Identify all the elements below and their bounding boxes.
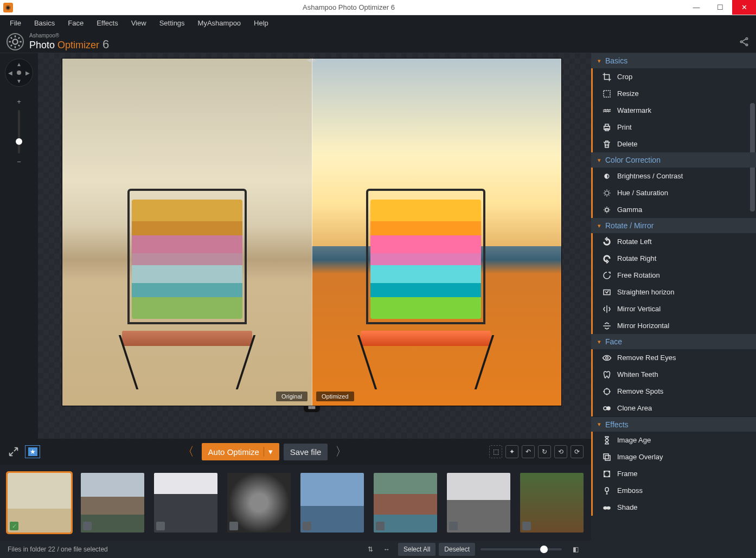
menu-view[interactable]: View [126, 17, 152, 29]
sidebar-item-red-eyes[interactable]: Remove Red Eyes [593, 349, 756, 366]
rotate-left-icon [602, 237, 612, 247]
check-icon[interactable] [303, 522, 311, 530]
sidebar-item-crop[interactable]: Crop [593, 68, 756, 85]
sidebar-item-gamma[interactable]: Gamma [593, 201, 756, 218]
selection-icon[interactable]: ⬚ [489, 445, 502, 458]
menu-myashampoo[interactable]: MyAshampoo [193, 17, 246, 29]
compare-view[interactable]: ◀ ▶ Original Optimized ▀▀ [62, 59, 561, 406]
magic-icon[interactable]: ✦ [505, 445, 518, 458]
sidebar-item-delete[interactable]: Delete [593, 136, 756, 152]
check-icon[interactable] [376, 522, 385, 530]
sort-icon[interactable]: ⇅ [364, 543, 376, 555]
sidebar-header-basics[interactable]: ▾Basics [591, 53, 756, 68]
sidebar-item-image-age[interactable]: Image Age [593, 432, 756, 448]
save-file-button[interactable]: Save file [284, 444, 328, 460]
share-icon[interactable] [739, 36, 749, 47]
sidebar-item-remove-spots[interactable]: Remove Spots [593, 383, 756, 400]
emboss-icon [602, 486, 612, 496]
maximize-button[interactable]: ☐ [708, 0, 732, 15]
menu-file[interactable]: File [4, 17, 27, 29]
menu-effects[interactable]: Effects [91, 17, 124, 29]
hourglass-icon [602, 435, 612, 445]
thumbnail[interactable] [447, 473, 510, 533]
thumbnail[interactable] [81, 473, 144, 533]
sidebar-item-hue[interactable]: Hue / Saturation [593, 184, 756, 201]
pan-control[interactable]: ▲▼◀▶ [5, 59, 33, 87]
chevron-down-icon: ▾ [598, 222, 601, 229]
sidebar-header-face[interactable]: ▾Face [591, 334, 756, 349]
collapse-icon[interactable] [8, 446, 20, 458]
chevron-down-icon: ▾ [598, 338, 601, 345]
status-info: Files in folder 22 / one file selected [8, 546, 108, 553]
menu-basics[interactable]: Basics [29, 17, 60, 29]
sidebar-item-rotate-right[interactable]: Rotate Right [593, 250, 756, 267]
sidebar-item-mirror-h[interactable]: Mirror Horizontal [593, 317, 756, 334]
svg-point-12 [606, 356, 608, 359]
thumbnail[interactable] [374, 473, 437, 533]
overlay-icon [602, 452, 612, 462]
mirror-vertical-icon [602, 304, 612, 314]
watermark-icon [602, 106, 612, 116]
svg-point-10 [605, 208, 608, 211]
sidebar-item-straighten[interactable]: Straighten horizon [593, 284, 756, 300]
sidebar-header-color[interactable]: ▾Color Correction [591, 152, 756, 168]
undo-icon[interactable]: ↶ [522, 445, 535, 458]
sidebar-item-mirror-v[interactable]: Mirror Vertical [593, 300, 756, 317]
delete-icon [602, 139, 612, 149]
sidebar-item-print[interactable]: Print [593, 119, 756, 136]
sidebar-item-rotate-left[interactable]: Rotate Left [593, 233, 756, 250]
svg-point-14 [604, 407, 607, 410]
compare-notch-icon[interactable]: ▀▀ [304, 406, 320, 412]
select-all-button[interactable]: Select All [398, 543, 435, 556]
thumb-size-slider[interactable] [480, 548, 562, 550]
sidebar-item-emboss[interactable]: Emboss [593, 482, 756, 499]
sidebar-item-watermark[interactable]: Watermark [593, 102, 756, 119]
sidebar-item-clone-area[interactable]: Clone Area [593, 400, 756, 416]
thumbnail[interactable] [227, 473, 291, 533]
sidebar-header-rotate[interactable]: ▾Rotate / Mirror [591, 218, 756, 233]
check-icon[interactable]: ✓ [10, 522, 18, 530]
zoom-out-icon[interactable]: − [17, 158, 21, 166]
next-image-button[interactable]: 〉 [332, 444, 350, 460]
menu-face[interactable]: Face [62, 17, 89, 29]
sidebar-item-free-rotation[interactable]: Free Rotation [593, 267, 756, 284]
redo-icon[interactable]: ↻ [538, 445, 551, 458]
target-icon [602, 387, 612, 396]
check-icon[interactable] [449, 522, 458, 530]
menu-help[interactable]: Help [248, 17, 274, 29]
optimized-label: Optimized [316, 392, 354, 401]
compare-divider[interactable] [312, 59, 312, 406]
sidebar-item-image-overlay[interactable]: Image Overlay [593, 448, 756, 465]
sidebar-item-resize[interactable]: Resize [593, 85, 756, 102]
resize-h-icon[interactable]: ↔ [381, 543, 393, 555]
thumbnail[interactable]: ✓ [8, 473, 71, 533]
rotate-ccw-icon[interactable]: ⟲ [554, 445, 567, 458]
check-icon[interactable] [229, 522, 238, 530]
check-icon[interactable] [83, 522, 92, 530]
zoom-in-icon[interactable]: + [17, 98, 21, 106]
prev-image-button[interactable]: 〈 [179, 444, 197, 460]
thumbnail[interactable] [520, 473, 584, 533]
check-icon[interactable] [522, 522, 531, 530]
sidebar-item-brightness[interactable]: Brightness / Contrast [593, 168, 756, 184]
thumbnail[interactable] [300, 473, 364, 533]
check-icon[interactable] [156, 522, 165, 530]
auto-optimize-dropdown-icon[interactable]: ▾ [264, 447, 273, 457]
thumbnail[interactable] [154, 473, 217, 533]
sidebar-item-whiten-teeth[interactable]: Whiten Teeth [593, 366, 756, 383]
svg-rect-16 [604, 454, 608, 459]
sidebar-header-effects[interactable]: ▾Effects [591, 416, 756, 432]
sidebar-item-shade[interactable]: Shade [593, 499, 756, 516]
close-button[interactable]: ✕ [732, 0, 756, 15]
rating-button[interactable]: ★ [25, 445, 40, 458]
deselect-button[interactable]: Deselect [439, 543, 475, 556]
tag-icon[interactable]: ◧ [569, 543, 581, 555]
svg-point-19 [604, 506, 607, 509]
menu-settings[interactable]: Settings [154, 17, 190, 29]
sidebar-item-frame[interactable]: Frame [593, 465, 756, 482]
auto-optimize-button[interactable]: Auto Optimize ▾ [202, 443, 279, 460]
minimize-button[interactable]: — [684, 0, 708, 15]
rotate-cw-icon[interactable]: ⟳ [571, 445, 584, 458]
zoom-slider[interactable] [18, 110, 20, 153]
image-viewport: ◀ ▶ Original Optimized ▀▀ [38, 53, 591, 439]
